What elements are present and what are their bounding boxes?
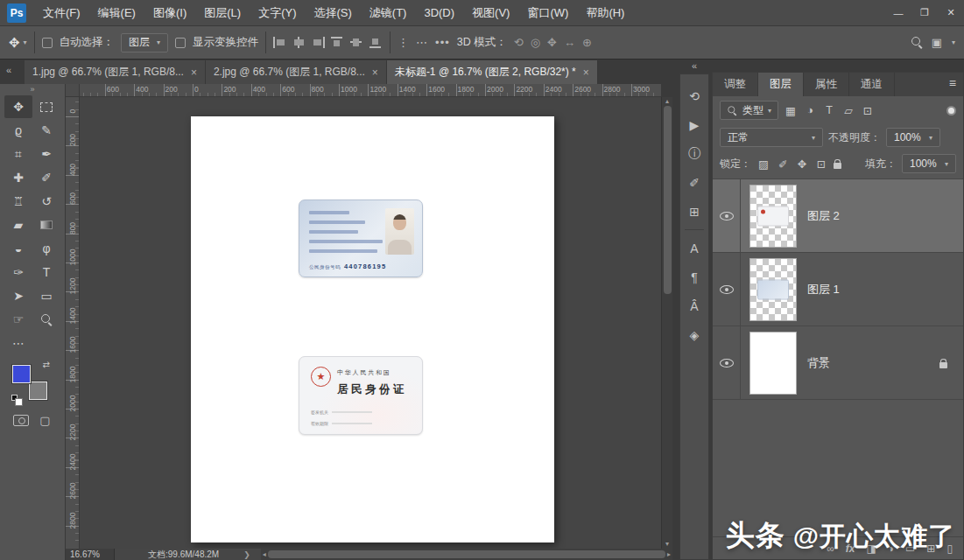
expand-panels-icon[interactable]: « xyxy=(679,60,709,71)
align-center-vertical-icon[interactable] xyxy=(350,37,363,48)
clone-source-panel-icon[interactable]: ⊞ xyxy=(680,197,708,226)
scroll-down-icon[interactable]: ▾ xyxy=(665,541,669,548)
filter-type-layers-icon[interactable]: T xyxy=(822,104,836,116)
blur-tool[interactable]: ◒ xyxy=(4,237,32,260)
pen-tool[interactable]: ✑ xyxy=(4,261,32,284)
close-button[interactable]: ✕ xyxy=(938,0,964,26)
ruler-origin[interactable] xyxy=(66,84,80,97)
menu-item[interactable]: 编辑(E) xyxy=(89,0,144,26)
lock-all-icon[interactable] xyxy=(834,163,841,169)
panel-menu-icon[interactable]: ≡ xyxy=(949,76,956,90)
distribute-horizontal-icon[interactable]: ⋯ xyxy=(416,36,428,49)
layer-row[interactable]: 图层 2 xyxy=(713,179,963,253)
tab-close-icon[interactable]: × xyxy=(191,66,197,79)
zoom-tool[interactable] xyxy=(32,308,60,331)
crop-tool[interactable]: ⌗ xyxy=(4,143,32,165)
healing-brush-tool[interactable]: ✚ xyxy=(4,166,32,189)
scroll-up-icon[interactable]: ▴ xyxy=(665,98,669,105)
align-bottom-icon[interactable] xyxy=(369,37,383,48)
menu-item[interactable]: 3D(D) xyxy=(415,0,463,26)
menu-item[interactable]: 视图(V) xyxy=(463,0,518,26)
move-tool[interactable]: ✥ xyxy=(4,95,32,118)
scroll-tabs-left-icon[interactable]: « xyxy=(6,65,11,75)
actions-panel-icon[interactable]: ▶ xyxy=(680,110,708,139)
clone-stamp-tool[interactable]: ♖ xyxy=(4,190,32,213)
layer-filter-dropdown[interactable]: 类型 ▾ xyxy=(720,101,778,120)
filter-pixel-layers-icon[interactable]: ▦ xyxy=(784,104,798,117)
quick-mask-icon[interactable] xyxy=(13,415,29,426)
lock-position-icon[interactable]: ✥ xyxy=(795,158,809,171)
glyphs-panel-icon[interactable]: Â xyxy=(680,291,708,320)
eye-icon[interactable] xyxy=(720,359,734,368)
hand-tool[interactable]: ☞ xyxy=(4,308,32,331)
menu-item[interactable]: 窗口(W) xyxy=(518,0,577,26)
3d-slide-icon[interactable]: ↔ xyxy=(564,36,576,49)
restore-button[interactable]: ❐ xyxy=(911,0,938,26)
eye-icon[interactable] xyxy=(720,285,734,294)
3d-rotate-icon[interactable]: ⟲ xyxy=(514,36,524,49)
distribute-vertical-icon[interactable]: ⋮ xyxy=(398,36,410,49)
lasso-tool[interactable]: ϱ xyxy=(4,119,32,142)
document-page[interactable]: 公民身份号码 440786195 ★ 中华人民共和国 居民身份证 签发机关 有效… xyxy=(191,116,554,542)
lock-pixels-icon[interactable]: ✐ xyxy=(776,158,790,171)
vertical-scrollbar[interactable]: ▴ ▾ xyxy=(661,97,672,549)
filter-adjustment-layers-icon[interactable]: ◑ xyxy=(803,104,817,116)
scroll-right-icon[interactable]: ▸ xyxy=(667,551,671,558)
horizontal-scroll-thumb[interactable] xyxy=(268,550,665,558)
background-color-swatch[interactable] xyxy=(29,382,47,400)
character-panel-icon[interactable]: A xyxy=(680,234,708,262)
eye-icon[interactable] xyxy=(720,212,734,220)
panel-tab[interactable]: 通道 xyxy=(849,73,895,96)
layer-thumbnail[interactable] xyxy=(749,185,797,248)
layer-thumbnail[interactable] xyxy=(749,332,797,395)
chevron-down-icon[interactable]: ▾ xyxy=(952,38,955,46)
search-icon[interactable] xyxy=(911,37,923,48)
brush-tool[interactable]: ✐ xyxy=(32,166,60,189)
3d-drag-icon[interactable]: ✥ xyxy=(547,36,558,49)
filter-toggle-icon[interactable] xyxy=(946,106,956,116)
lock-transparency-icon[interactable]: ▨ xyxy=(756,158,770,171)
minimize-button[interactable]: — xyxy=(885,0,911,26)
align-left-icon[interactable] xyxy=(273,37,286,48)
eyedropper-tool[interactable]: ✒ xyxy=(32,143,60,165)
visibility-cell[interactable] xyxy=(713,179,741,252)
horizontal-scrollbar[interactable]: ◂ ▸ xyxy=(261,549,672,560)
fill-dropdown[interactable]: 100% ▾ xyxy=(902,154,956,173)
panel-tab[interactable]: 调整 xyxy=(713,73,758,96)
path-selection-tool[interactable]: ➤ xyxy=(4,284,32,307)
document-tab[interactable]: 未标题-1 @ 16.7% (图层 2, RGB/32*) *× xyxy=(387,60,598,84)
visibility-cell[interactable] xyxy=(713,253,741,326)
align-top-icon[interactable] xyxy=(331,37,344,48)
marquee-tool[interactable] xyxy=(32,95,60,118)
document-tab[interactable]: 1.jpg @ 66.7% (图层 1, RGB/8...× xyxy=(25,60,206,84)
filter-smart-objects-icon[interactable]: ⊡ xyxy=(861,104,875,117)
blend-mode-dropdown[interactable]: 正常 ▾ xyxy=(720,128,823,147)
menu-item[interactable]: 图像(I) xyxy=(144,0,195,26)
quick-selection-tool[interactable]: ✎ xyxy=(32,119,60,142)
edit-toolbar[interactable]: ⋯ xyxy=(4,332,32,354)
more-options-icon[interactable]: ••• xyxy=(435,36,450,49)
menu-item[interactable]: 帮助(H) xyxy=(577,0,633,26)
gradient-tool[interactable] xyxy=(32,214,60,236)
history-panel-icon[interactable]: ⟲ xyxy=(680,81,708,110)
tab-close-icon[interactable]: × xyxy=(583,66,589,79)
swap-colors-icon[interactable]: ⇄ xyxy=(43,360,50,369)
default-colors-icon[interactable] xyxy=(11,395,18,401)
document-tab[interactable]: 2.jpg @ 66.7% (图层 1, RGB/8...× xyxy=(206,60,387,84)
3d-roll-icon[interactable]: ◎ xyxy=(531,36,541,49)
menu-item[interactable]: 选择(S) xyxy=(305,0,360,26)
photoshop-logo[interactable]: Ps xyxy=(7,4,26,23)
zoom-level-field[interactable]: 16.67% xyxy=(66,549,115,560)
vertical-scroll-thumb[interactable] xyxy=(664,106,672,294)
menu-item[interactable]: 文件(F) xyxy=(34,0,89,26)
layer-thumbnail[interactable] xyxy=(749,258,797,321)
type-tool[interactable]: T xyxy=(32,261,60,284)
brush-settings-panel-icon[interactable]: ✐ xyxy=(680,168,708,197)
history-brush-tool[interactable]: ↺ xyxy=(32,190,60,213)
3d-scale-icon[interactable]: ⊕ xyxy=(582,36,593,49)
canvas-area[interactable]: 公民身份号码 440786195 ★ 中华人民共和国 居民身份证 签发机关 有效… xyxy=(80,97,661,549)
menu-item[interactable]: 文字(Y) xyxy=(250,0,305,26)
current-tool-icon[interactable]: ✥ ▾ xyxy=(9,35,27,51)
tab-close-icon[interactable]: × xyxy=(372,66,378,79)
paragraph-panel-icon[interactable]: ¶ xyxy=(680,262,708,291)
